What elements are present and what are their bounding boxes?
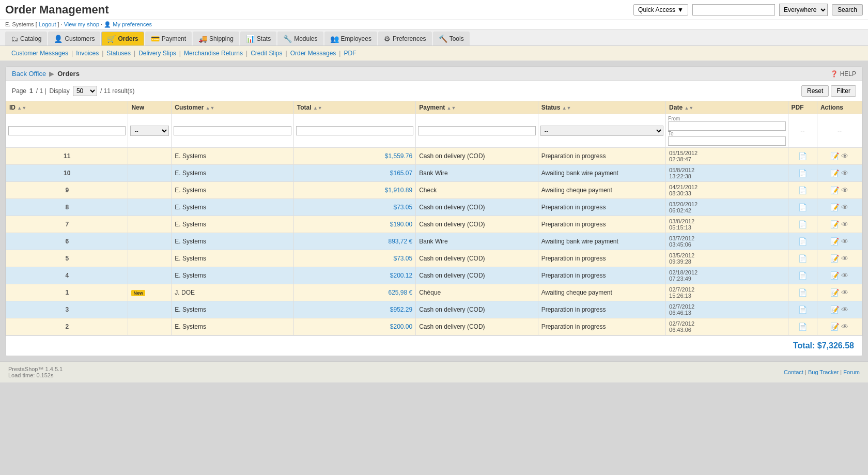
nav-item-shipping[interactable]: 🚚Shipping [193,32,239,45]
nav-item-employees[interactable]: 👥Employees [324,32,377,45]
pdf-icon[interactable]: 📄 [798,271,807,280]
sub-nav-order-messages[interactable]: Order Messages [287,49,339,58]
cell-actions[interactable]: 📝👁 [817,233,862,250]
cell-pdf[interactable]: 📄 [788,165,817,182]
filter-id-input[interactable] [8,126,126,135]
cell-actions[interactable]: 📝👁 [817,301,862,318]
search-input[interactable] [692,4,775,16]
cell-pdf[interactable]: 📄 [788,250,817,267]
edit-icon[interactable]: 📝 [830,288,839,297]
pdf-icon[interactable]: 📄 [798,237,807,246]
edit-icon[interactable]: 📝 [830,186,839,194]
cell-actions[interactable]: 📝👁 [817,250,862,267]
pdf-icon[interactable]: 📄 [798,152,807,160]
col-header-customer[interactable]: Customer ▲▼ [172,101,293,114]
help-button[interactable]: ❓ HELP [830,70,856,78]
cell-customer[interactable]: E. Systems [172,199,293,216]
pdf-icon[interactable]: 📄 [798,186,807,194]
cell-actions[interactable]: 📝👁 [817,318,862,335]
cell-actions[interactable]: 📝👁 [817,182,862,199]
pdf-icon[interactable]: 📄 [798,288,807,297]
view-icon[interactable]: 👁 [841,237,848,246]
display-select[interactable]: 50 100 [73,86,97,96]
cell-customer[interactable]: E. Systems [172,216,293,233]
filter-status-select[interactable]: -- [540,126,663,136]
filter-date-to-input[interactable] [668,136,785,146]
view-icon[interactable]: 👁 [841,254,848,263]
edit-icon[interactable]: 📝 [830,271,839,280]
cell-customer[interactable]: E. Systems [172,250,293,267]
edit-icon[interactable]: 📝 [830,305,839,314]
cell-pdf[interactable]: 📄 [788,301,817,318]
pdf-icon[interactable]: 📄 [798,323,807,331]
nav-item-stats[interactable]: 📊Stats [240,32,276,45]
sub-nav-customer-messages[interactable]: Customer Messages [8,49,71,58]
view-shop-link[interactable]: View my shop [64,21,99,27]
pdf-icon[interactable]: 📄 [798,203,807,211]
cell-pdf[interactable]: 📄 [788,199,817,216]
sub-nav-invoices[interactable]: Invoices [73,49,102,58]
edit-icon[interactable]: 📝 [830,237,839,246]
filter-new-select[interactable]: -- Yes No [130,126,169,136]
logout-link[interactable]: Logout [39,21,56,27]
search-scope-select[interactable]: Everywhere [779,4,828,16]
view-icon[interactable]: 👁 [841,152,848,160]
filter-customer-input[interactable] [174,126,291,135]
view-icon[interactable]: 👁 [841,271,848,280]
col-header-status[interactable]: Status ▲▼ [538,101,665,114]
edit-icon[interactable]: 📝 [830,323,839,331]
filter-total-input[interactable] [296,126,413,135]
search-button[interactable]: Search [832,4,863,16]
edit-icon[interactable]: 📝 [830,203,839,211]
edit-icon[interactable]: 📝 [830,152,839,160]
cell-customer[interactable]: E. Systems [172,318,293,335]
my-preferences-link[interactable]: My preferences [113,21,152,27]
nav-item-payment[interactable]: 💳Payment [145,32,192,45]
quick-access-button[interactable]: Quick Access ▼ [633,4,688,16]
bug-tracker-link[interactable]: Bug Tracker [808,369,839,375]
col-header-date[interactable]: Date ▲▼ [666,101,788,114]
cell-actions[interactable]: 📝👁 [817,148,862,165]
cell-actions[interactable]: 📝👁 [817,165,862,182]
sub-nav-delivery-slips[interactable]: Delivery Slips [135,49,179,58]
pdf-icon[interactable]: 📄 [798,305,807,314]
cell-customer[interactable]: E. Systems [172,301,293,318]
breadcrumb-root[interactable]: Back Office [12,70,46,78]
cell-pdf[interactable]: 📄 [788,216,817,233]
sub-nav-merchandise-returns[interactable]: Merchandise Returns [181,49,246,58]
reset-button[interactable]: Reset [801,85,829,97]
cell-actions[interactable]: 📝👁 [817,199,862,216]
filter-payment-input[interactable] [418,126,535,135]
view-icon[interactable]: 👁 [841,288,848,297]
cell-pdf[interactable]: 📄 [788,148,817,165]
view-icon[interactable]: 👁 [841,305,848,314]
edit-icon[interactable]: 📝 [830,220,839,228]
sub-nav-statuses[interactable]: Statuses [103,49,134,58]
view-icon[interactable]: 👁 [841,323,848,331]
view-icon[interactable]: 👁 [841,169,848,177]
sub-nav-pdf[interactable]: PDF [340,49,359,58]
view-icon[interactable]: 👁 [841,186,848,194]
cell-customer[interactable]: E. Systems [172,233,293,250]
filter-button[interactable]: Filter [831,85,856,97]
nav-item-orders[interactable]: 🛒Orders [101,32,144,45]
nav-item-modules[interactable]: 🔧Modules [277,32,323,45]
nav-item-customers[interactable]: 👤Customers [48,32,100,45]
cell-pdf[interactable]: 📄 [788,182,817,199]
cell-customer[interactable]: E. Systems [172,182,293,199]
forum-link[interactable]: Forum [843,369,860,375]
cell-pdf[interactable]: 📄 [788,284,817,301]
cell-actions[interactable]: 📝👁 [817,284,862,301]
cell-customer[interactable]: J. DOE [172,284,293,301]
cell-actions[interactable]: 📝👁 [817,267,862,284]
contact-link[interactable]: Contact [784,369,803,375]
cell-customer[interactable]: E. Systems [172,148,293,165]
filter-date-from-input[interactable] [668,121,785,131]
pdf-icon[interactable]: 📄 [798,254,807,263]
nav-item-preferences[interactable]: ⚙Preferences [378,32,432,45]
cell-pdf[interactable]: 📄 [788,233,817,250]
cell-actions[interactable]: 📝👁 [817,216,862,233]
col-header-id[interactable]: ID ▲▼ [6,101,128,114]
edit-icon[interactable]: 📝 [830,169,839,177]
nav-item-catalog[interactable]: 🗂Catalog [5,32,47,45]
